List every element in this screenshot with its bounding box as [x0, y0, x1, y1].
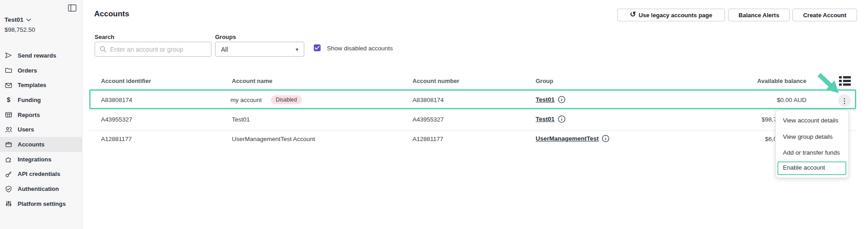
- sidebar-item-orders[interactable]: Orders: [0, 63, 82, 78]
- key-icon: [5, 170, 13, 178]
- sidebar-item-send-rewards[interactable]: Send rewards: [0, 48, 82, 63]
- search-label: Search: [95, 34, 114, 40]
- highlight-annotation-menu-item: [777, 161, 846, 175]
- row2-number: A43955327: [412, 116, 444, 123]
- puzzle-icon: [5, 155, 13, 163]
- menu-item-view-account-details[interactable]: View account details: [783, 117, 839, 124]
- report-table-icon: [5, 111, 13, 119]
- row3-number: A12881177: [412, 136, 443, 142]
- check-icon: [315, 46, 320, 50]
- row1-number: A83808174: [412, 97, 444, 103]
- row3-name: UserManagementTest Account: [232, 136, 315, 142]
- sidebar-item-api-credentials[interactable]: API credentials: [0, 167, 82, 182]
- magnifier-icon: [100, 46, 106, 53]
- envelope-icon: [5, 81, 13, 89]
- sidebar-item-reports[interactable]: Reports: [0, 107, 82, 122]
- sliders-icon: [5, 200, 13, 208]
- info-icon[interactable]: [558, 96, 566, 103]
- row3-identifier: A12881177: [101, 136, 132, 142]
- org-name[interactable]: Test01: [5, 16, 35, 23]
- balance-alerts-button[interactable]: Balance Alerts: [728, 9, 790, 21]
- col-account-name: Account name: [232, 78, 273, 84]
- row1-status-badge: Disabled: [271, 95, 302, 104]
- shield-check-icon: [5, 185, 13, 193]
- row2-name: Test01: [232, 116, 250, 123]
- row3-group-cell: UserManagementTest: [536, 135, 609, 142]
- sidebar-item-users[interactable]: Users: [0, 122, 82, 137]
- row1-balance: $0.00 AUD: [715, 97, 806, 103]
- col-account-number: Account number: [412, 78, 459, 84]
- show-disabled-label[interactable]: Show disabled accounts: [327, 45, 393, 52]
- accounts-box-icon: [5, 140, 13, 148]
- row1-identifier: A83808174: [101, 97, 132, 103]
- col-available-balance: Available balance: [715, 78, 806, 84]
- col-account-identifier: Account identifier: [101, 78, 151, 84]
- use-legacy-accounts-button[interactable]: ↺ Use legacy accounts page: [617, 9, 725, 21]
- sidebar-nav: Send rewards Orders Templates $ Funding …: [0, 48, 82, 211]
- menu-item-view-group-details[interactable]: View group details: [783, 133, 833, 140]
- row-context-menu: View account details View group details …: [775, 110, 849, 178]
- sidebar-collapse-icon[interactable]: [68, 4, 77, 12]
- caret-down-icon: ▾: [296, 46, 298, 53]
- chevron-down-icon: [26, 19, 31, 21]
- accounts-page: Test01 $98,752.50 Send rewards Orders Te…: [0, 0, 868, 229]
- folder-icon: [5, 66, 13, 74]
- groups-label: Groups: [215, 34, 236, 40]
- row3-group-link[interactable]: UserManagementTest: [536, 135, 599, 142]
- row-divider: [89, 130, 856, 131]
- groups-select-value: All: [221, 46, 228, 53]
- row2-group-cell: Test01: [536, 115, 566, 123]
- org-balance: $98,752.50: [5, 26, 35, 33]
- row1-group-link[interactable]: Test01: [536, 96, 555, 103]
- paper-plane-icon: [5, 51, 13, 59]
- row-divider: [89, 110, 856, 111]
- menu-item-add-or-transfer-funds[interactable]: Add or transfer funds: [783, 149, 840, 156]
- sidebar-item-platform-settings[interactable]: Platform settings: [0, 196, 82, 211]
- row2-group-link[interactable]: Test01: [536, 116, 555, 122]
- sidebar-item-funding[interactable]: $ Funding: [0, 93, 82, 107]
- search-input-wrapper: [95, 42, 211, 57]
- show-disabled-checkbox[interactable]: [314, 44, 321, 51]
- create-account-button[interactable]: Create Account: [792, 9, 857, 21]
- sidebar-item-authentication[interactable]: Authentication: [0, 181, 82, 196]
- org-switcher: Test01 $98,752.50: [5, 16, 35, 33]
- undo-icon: ↺: [630, 11, 636, 18]
- row1-name: my account: [230, 97, 262, 103]
- sidebar: Test01 $98,752.50 Send rewards Orders Te…: [0, 0, 82, 229]
- page-title: Accounts: [94, 10, 129, 19]
- dollar-icon: $: [5, 96, 13, 104]
- users-icon: [5, 126, 13, 134]
- org-name-label: Test01: [5, 16, 24, 23]
- groups-select[interactable]: All ▾: [215, 42, 304, 57]
- row1-group-cell: Test01: [536, 96, 566, 103]
- sidebar-item-accounts[interactable]: Accounts: [0, 137, 82, 152]
- row1-kebab-menu-button[interactable]: ⋮: [838, 94, 851, 107]
- sidebar-item-templates[interactable]: Templates: [0, 78, 82, 93]
- sidebar-item-integrations[interactable]: Integrations: [0, 152, 82, 167]
- info-icon[interactable]: [602, 135, 609, 142]
- col-group: Group: [536, 78, 553, 84]
- info-icon[interactable]: [558, 115, 566, 123]
- search-input[interactable]: [110, 46, 206, 53]
- row2-identifier: A43955327: [101, 116, 132, 123]
